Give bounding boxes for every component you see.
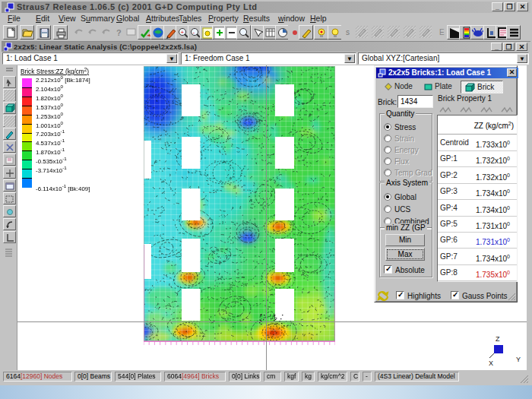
svg-text:-: - [193,29,195,36]
svg-text:E: E [439,28,445,36]
svg-text:?: ? [116,28,122,37]
svg-text:+: + [181,29,185,36]
svg-text:s: s [346,28,350,36]
svg-text:Y: Y [516,356,521,363]
svg-text:Z: Z [496,335,500,343]
svg-text:X: X [489,359,493,367]
